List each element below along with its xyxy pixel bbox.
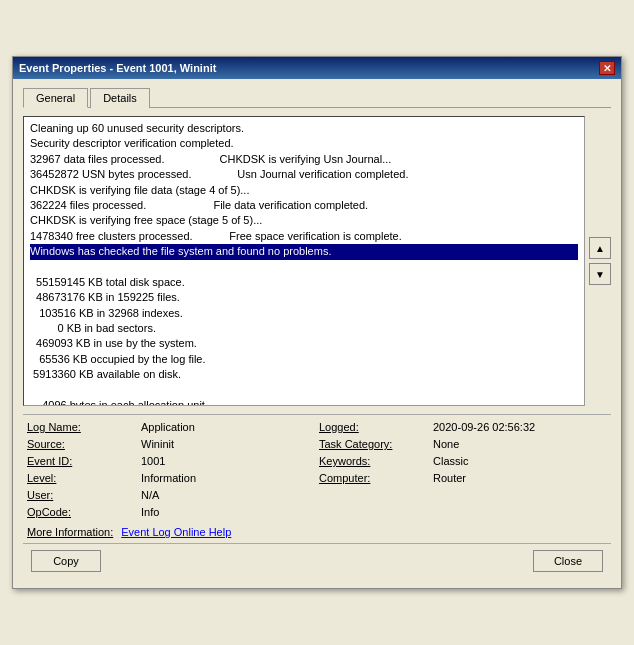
event-stats-7: 5913360 KB available on disk.: [30, 368, 181, 380]
computer-label: Computer:: [319, 472, 429, 484]
more-info-label: More Information:: [27, 526, 113, 538]
title-bar: Event Properties - Event 1001, Wininit ✕: [13, 57, 621, 79]
opcode-value: Info: [141, 506, 315, 518]
keywords-label: Keywords:: [319, 455, 429, 467]
event-stats-2: 48673176 KB in 159225 files.: [30, 291, 180, 303]
scroll-down-button[interactable]: ▼: [589, 263, 611, 285]
source-value: Wininit: [141, 438, 315, 450]
task-category-label: Task Category:: [319, 438, 429, 450]
event-line-1: Cleaning up 60 unused security descripto…: [30, 122, 244, 134]
event-stats-4: 0 KB in bad sectors.: [30, 322, 156, 334]
opcode-label: OpCode:: [27, 506, 137, 518]
source-label: Source:: [27, 438, 137, 450]
level-label: Level:: [27, 472, 137, 484]
window-content: General Details Cleaning up 60 unused se…: [13, 79, 621, 588]
close-button[interactable]: Close: [533, 550, 603, 572]
event-log-online-help-link[interactable]: Event Log Online Help: [121, 526, 231, 538]
copy-button[interactable]: Copy: [31, 550, 101, 572]
bottom-button-bar: Copy Close: [23, 543, 611, 580]
user-label: User:: [27, 489, 137, 501]
event-stats-3: 103516 KB in 32968 indexes.: [30, 307, 183, 319]
event-stats-8: 4096 bytes in each allocation unit.: [30, 399, 208, 406]
tab-details[interactable]: Details: [90, 88, 150, 108]
scroll-up-button[interactable]: ▲: [589, 237, 611, 259]
computer-value: Router: [433, 472, 607, 484]
event-line-6: 362224 files processed. File data verifi…: [30, 199, 368, 211]
keywords-value: Classic: [433, 455, 607, 467]
level-value: Information: [141, 472, 315, 484]
event-line-highlighted: Windows has checked the file system and …: [30, 244, 578, 259]
tab-bar: General Details: [23, 87, 611, 108]
event-line-7: CHKDSK is verifying free space (stage 5 …: [30, 214, 262, 226]
event-text-area[interactable]: Cleaning up 60 unused security descripto…: [23, 116, 585, 406]
scroll-controls: ▲ ▼: [589, 116, 611, 406]
logged-value: 2020-09-26 02:56:32: [433, 421, 607, 433]
event-line-4: 36452872 USN bytes processed. Usn Journa…: [30, 168, 408, 180]
event-stats-6: 65536 KB occupied by the log file.: [30, 353, 206, 365]
log-name-label: Log Name:: [27, 421, 137, 433]
more-info-row: More Information: Event Log Online Help: [23, 526, 611, 538]
window-title: Event Properties - Event 1001, Wininit: [19, 62, 216, 74]
user-value: N/A: [141, 489, 315, 501]
text-area-section: Cleaning up 60 unused security descripto…: [23, 116, 611, 406]
divider-1: [23, 414, 611, 415]
event-line-2: Security descriptor verification complet…: [30, 137, 234, 149]
logged-label: Logged:: [319, 421, 429, 433]
close-titlebar-button[interactable]: ✕: [599, 61, 615, 75]
task-category-value: None: [433, 438, 607, 450]
event-id-value: 1001: [141, 455, 315, 467]
event-line-8: 1478340 free clusters processed. Free sp…: [30, 230, 402, 242]
event-properties-window: Event Properties - Event 1001, Wininit ✕…: [12, 56, 622, 589]
log-name-value: Application: [141, 421, 315, 433]
event-stats-5: 469093 KB in use by the system.: [30, 337, 197, 349]
event-line-5: CHKDSK is verifying file data (stage 4 o…: [30, 184, 249, 196]
event-stats-1: 55159145 KB total disk space.: [30, 276, 185, 288]
info-grid: Log Name: Application Logged: 2020-09-26…: [23, 421, 611, 518]
tab-general[interactable]: General: [23, 88, 88, 108]
event-line-3: 32967 data files processed. CHKDSK is ve…: [30, 153, 391, 165]
event-id-label: Event ID:: [27, 455, 137, 467]
